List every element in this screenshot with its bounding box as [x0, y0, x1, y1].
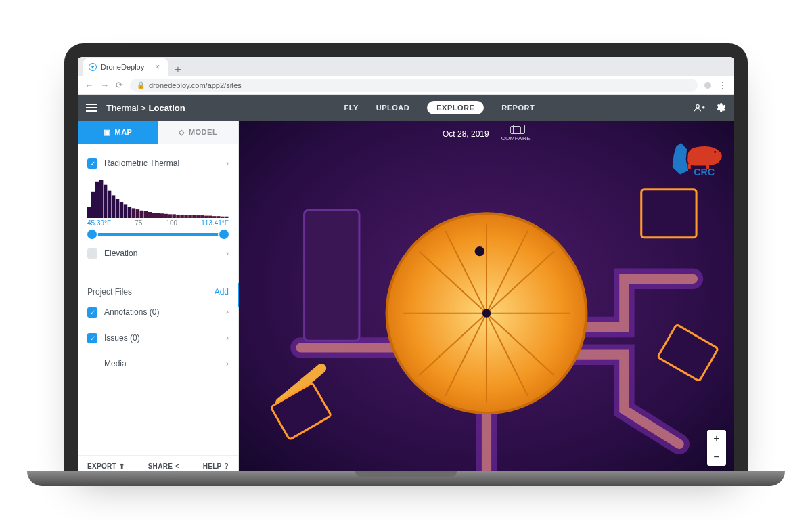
- help-button[interactable]: HELP?: [203, 462, 229, 470]
- checkbox-on-icon[interactable]: ✓: [87, 333, 97, 343]
- svg-rect-9: [108, 191, 111, 218]
- item-label: Issues (0): [104, 333, 140, 343]
- zoom-in-button[interactable]: +: [707, 430, 726, 448]
- address-bar[interactable]: 🔒 dronedeploy.com/app2/sites: [130, 79, 698, 92]
- svg-rect-52: [204, 216, 208, 218]
- svg-rect-30: [160, 213, 163, 218]
- header-nav: FLY UPLOAD EXPLORE REPORT: [344, 101, 535, 114]
- nav-report[interactable]: REPORT: [501, 104, 535, 112]
- slider-tick-75: 75: [135, 219, 142, 227]
- chevron-right-icon: ›: [226, 359, 229, 368]
- svg-rect-24: [148, 212, 152, 218]
- layer-label: Elevation: [104, 248, 137, 258]
- nav-explore[interactable]: EXPLORE: [427, 101, 484, 114]
- forward-icon[interactable]: →: [100, 80, 109, 90]
- menu-icon[interactable]: [86, 104, 97, 112]
- chevron-right-icon: ›: [226, 158, 229, 168]
- svg-rect-20: [140, 211, 143, 218]
- tab-model[interactable]: ◇MODEL: [158, 121, 239, 144]
- url-text: dronedeploy.com/app2/sites: [149, 81, 242, 89]
- breadcrumb[interactable]: Thermal > Location: [106, 103, 185, 113]
- svg-rect-56: [212, 216, 216, 218]
- lock-icon: 🔒: [137, 81, 145, 89]
- svg-rect-44: [188, 215, 191, 218]
- tab-map-label: MAP: [115, 128, 133, 136]
- new-tab-button[interactable]: +: [168, 64, 187, 76]
- svg-point-0: [696, 105, 700, 108]
- slider-handle-max[interactable]: [219, 230, 229, 239]
- app-header: Thermal > Location FLY UPLOAD EXPLORE RE…: [78, 95, 734, 121]
- layer-radiometric[interactable]: ✓ Radiometric Thermal ›: [87, 150, 229, 176]
- svg-rect-8: [104, 185, 107, 218]
- svg-rect-48: [196, 215, 200, 218]
- svg-rect-16: [132, 208, 135, 218]
- svg-rect-60: [221, 217, 224, 218]
- thermal-image: [239, 121, 734, 477]
- checkbox-on-icon[interactable]: ✓: [87, 158, 97, 169]
- thermal-range-slider[interactable]: [87, 228, 229, 240]
- svg-rect-38: [176, 215, 179, 218]
- breadcrumb-root: Thermal: [106, 103, 139, 113]
- svg-point-77: [482, 309, 491, 318]
- chevron-right-icon: ›: [226, 248, 229, 258]
- svg-rect-62: [225, 217, 228, 218]
- brand-text: CRC: [694, 167, 715, 177]
- checkbox-off-icon[interactable]: [87, 248, 97, 259]
- share-button[interactable]: SHARE<: [148, 462, 180, 470]
- slider-handle-min[interactable]: [87, 230, 97, 239]
- svg-point-76: [475, 246, 484, 256]
- project-files-header: Project Files Add: [78, 279, 238, 299]
- browser-tabbar: ▾ DroneDeploy × +: [78, 57, 734, 76]
- tab-model-label: MODEL: [189, 128, 217, 136]
- svg-rect-54: [208, 216, 212, 218]
- compare-label: COMPARE: [501, 135, 531, 142]
- layer-elevation[interactable]: Elevation ›: [87, 240, 229, 266]
- slider-max: 113.41°F: [201, 219, 229, 227]
- screen: ▾ DroneDeploy × + ← → ⟳ 🔒 dronedeploy.co…: [78, 57, 734, 477]
- checkbox-on-icon[interactable]: ✓: [87, 307, 97, 318]
- item-issues[interactable]: ✓ Issues (0) ›: [87, 325, 229, 351]
- svg-rect-50: [200, 215, 204, 218]
- export-button[interactable]: EXPORT⬆: [87, 462, 125, 470]
- add-user-icon[interactable]: [694, 103, 706, 112]
- back-icon[interactable]: ←: [85, 80, 93, 90]
- close-tab-icon[interactable]: ×: [155, 62, 160, 72]
- map-viewport[interactable]: Oct 28, 2019 COMPARE: [239, 121, 734, 477]
- kebab-menu-icon[interactable]: ⋮: [718, 80, 727, 91]
- svg-rect-32: [164, 214, 167, 218]
- zoom-out-button[interactable]: −: [707, 448, 726, 466]
- svg-rect-58: [217, 216, 220, 218]
- svg-rect-65: [641, 190, 696, 238]
- cube-icon: ◇: [179, 128, 185, 137]
- svg-rect-26: [152, 213, 156, 218]
- upload-icon: ⬆: [119, 462, 125, 470]
- svg-rect-42: [184, 215, 187, 218]
- slider-min: 45.39°F: [87, 219, 111, 227]
- nav-upload[interactable]: UPLOAD: [376, 104, 409, 112]
- svg-rect-34: [168, 214, 171, 218]
- slider-ticks: 45.39°F 75 100 113.41°F: [87, 219, 229, 227]
- chevron-right-icon: ›: [226, 307, 229, 317]
- map-date: Oct 28, 2019: [443, 129, 489, 139]
- tab-map[interactable]: ▣MAP: [78, 121, 158, 144]
- zoom-control: + −: [707, 430, 726, 466]
- app-body: ▣MAP ◇MODEL ✓ Radiometric Thermal ›: [78, 121, 734, 477]
- browser-tab[interactable]: ▾ DroneDeploy ×: [83, 58, 168, 76]
- date-bar: Oct 28, 2019 COMPARE: [443, 126, 531, 142]
- breadcrumb-leaf: Location: [149, 103, 185, 113]
- svg-rect-6: [95, 182, 99, 218]
- item-annotations[interactable]: ✓ Annotations (0) ›: [87, 299, 229, 325]
- nav-fly[interactable]: FLY: [344, 104, 359, 112]
- laptop-base: [27, 471, 785, 486]
- item-media[interactable]: Media ›: [87, 351, 229, 376]
- help-icon: ?: [225, 462, 229, 470]
- section-title: Project Files: [87, 287, 132, 297]
- reload-icon[interactable]: ⟳: [116, 80, 123, 90]
- thermal-histogram: [87, 177, 229, 218]
- add-file-button[interactable]: Add: [215, 287, 229, 297]
- profile-icon[interactable]: [704, 82, 711, 89]
- compare-button[interactable]: COMPARE: [501, 126, 531, 142]
- gear-icon[interactable]: [715, 102, 726, 113]
- svg-rect-13: [124, 204, 127, 218]
- laptop-bezel: ▾ DroneDeploy × + ← → ⟳ 🔒 dronedeploy.co…: [64, 43, 748, 477]
